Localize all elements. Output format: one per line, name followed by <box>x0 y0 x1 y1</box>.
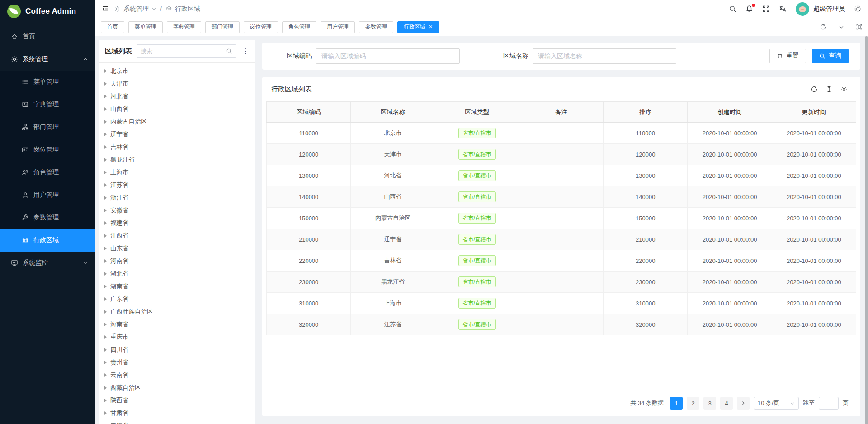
caret-right-icon[interactable] <box>104 133 107 136</box>
caret-right-icon[interactable] <box>104 171 107 174</box>
tree-item[interactable]: 山东省 <box>99 242 255 255</box>
tree-item[interactable]: 北京市 <box>99 65 255 77</box>
tree-item[interactable]: 海南省 <box>99 318 255 331</box>
caret-right-icon[interactable] <box>104 183 107 187</box>
tab-item[interactable]: 首页 <box>101 21 124 33</box>
caret-right-icon[interactable] <box>104 145 107 149</box>
page-button[interactable]: 3 <box>703 397 716 410</box>
user-menu[interactable]: 超级管理员 <box>796 2 845 16</box>
fullscreen-icon[interactable] <box>762 5 770 13</box>
column-header[interactable]: 更新时间 <box>772 102 856 123</box>
page-button[interactable]: 4 <box>720 397 733 410</box>
table-row[interactable]: 120000天津市省市/直辖市1200002020-10-01 00:00:00… <box>267 144 856 165</box>
caret-right-icon[interactable] <box>104 373 107 377</box>
tree-item[interactable]: 广东省 <box>99 293 255 305</box>
caret-right-icon[interactable] <box>104 399 107 402</box>
search-icon[interactable] <box>729 5 736 13</box>
tab-item[interactable]: 参数管理 <box>359 21 393 33</box>
caret-right-icon[interactable] <box>104 107 107 111</box>
tree-item[interactable]: 浙江省 <box>99 191 255 204</box>
caret-right-icon[interactable] <box>104 158 107 162</box>
tree-item[interactable]: 陕西省 <box>99 394 255 407</box>
kebab-menu-icon[interactable]: ⋮ <box>241 47 251 55</box>
table-row[interactable]: 320000江苏省省市/直辖市3200002020-10-01 00:00:00… <box>267 314 856 335</box>
tab-item[interactable]: 行政区域✕ <box>397 21 439 33</box>
tree-item[interactable]: 湖南省 <box>99 280 255 293</box>
region-name-input[interactable] <box>533 48 676 64</box>
tab-item[interactable]: 字典管理 <box>167 21 201 33</box>
tab-item[interactable]: 部门管理 <box>205 21 240 33</box>
tree-item[interactable]: 四川省 <box>99 343 255 356</box>
sidebar-item-home[interactable]: 首页 <box>0 25 95 48</box>
table-row[interactable]: 220000吉林省省市/直辖市2200002020-10-01 00:00:00… <box>267 250 856 272</box>
tree-item[interactable]: 重庆市 <box>99 331 255 343</box>
breadcrumb-section[interactable]: 系统管理 <box>123 5 149 13</box>
caret-right-icon[interactable] <box>104 335 107 339</box>
bell-icon[interactable] <box>745 5 753 13</box>
caret-right-icon[interactable] <box>104 221 107 225</box>
tree-item[interactable]: 江苏省 <box>99 179 255 191</box>
tree-item[interactable]: 山西省 <box>99 103 255 115</box>
tree-item[interactable]: 甘肃省 <box>99 407 255 419</box>
caret-right-icon[interactable] <box>104 323 107 326</box>
table-row[interactable]: 130000河北省省市/直辖市1300002020-10-01 00:00:00… <box>267 165 856 186</box>
caret-right-icon[interactable] <box>104 247 107 250</box>
search-icon[interactable] <box>222 45 236 57</box>
tree-item[interactable]: 西藏自治区 <box>99 381 255 394</box>
page-button[interactable]: 2 <box>687 397 699 410</box>
caret-right-icon[interactable] <box>104 234 107 238</box>
caret-right-icon[interactable] <box>104 285 107 288</box>
tree-item[interactable]: 河南省 <box>99 255 255 267</box>
sidebar-item-dictionary-management[interactable]: 字典管理 <box>0 93 95 116</box>
sidebar-item-parameter-management[interactable]: 参数管理 <box>0 206 95 229</box>
next-page-button[interactable] <box>737 397 750 410</box>
table-row[interactable]: 310000上海市省市/直辖市3100002020-10-01 00:00:00… <box>267 293 856 314</box>
tree-item[interactable]: 青海省 <box>99 419 255 424</box>
table-row[interactable]: 150000内蒙古自治区省市/直辖市1500002020-10-01 00:00… <box>267 208 856 229</box>
caret-right-icon[interactable] <box>104 209 107 212</box>
gear-icon[interactable] <box>840 86 848 93</box>
caret-right-icon[interactable] <box>104 348 107 352</box>
sidebar-item-menu-management[interactable]: 菜单管理 <box>0 71 95 93</box>
sidebar-item-admin-region[interactable]: 行政区域 <box>0 229 95 252</box>
tree-item[interactable]: 福建省 <box>99 217 255 229</box>
tree-item[interactable]: 江西省 <box>99 229 255 242</box>
caret-right-icon[interactable] <box>104 95 107 98</box>
tree-item[interactable]: 辽宁省 <box>99 128 255 141</box>
tree-item[interactable]: 黑龙江省 <box>99 153 255 166</box>
caret-right-icon[interactable] <box>104 297 107 301</box>
column-header[interactable]: 备注 <box>519 102 603 123</box>
menu-fold-icon[interactable] <box>102 5 109 13</box>
search-button[interactable]: 查询 <box>812 49 849 63</box>
gear-icon[interactable] <box>854 5 862 13</box>
page-size-select[interactable]: 10 条/页 <box>754 397 799 410</box>
tree-item[interactable]: 上海市 <box>99 166 255 179</box>
caret-right-icon[interactable] <box>104 386 107 390</box>
app-logo[interactable]: Coffee Admin <box>0 0 95 23</box>
table-row[interactable]: 230000黑龙江省省市/直辖市2300002020-10-01 00:00:0… <box>267 272 856 293</box>
sidebar-item-system-monitor[interactable]: 系统监控 <box>0 252 95 274</box>
close-tab-icon[interactable]: ✕ <box>429 24 433 29</box>
tab-item[interactable]: 菜单管理 <box>128 21 163 33</box>
tree-item[interactable]: 河北省 <box>99 90 255 103</box>
translate-icon[interactable] <box>779 5 787 13</box>
reset-button[interactable]: 重置 <box>769 49 806 63</box>
table-row[interactable]: 140000山西省省市/直辖市1400002020-10-01 00:00:00… <box>267 186 856 208</box>
tab-item[interactable]: 角色管理 <box>282 21 316 33</box>
column-header[interactable]: 区域编码 <box>267 102 351 123</box>
table-row[interactable]: 210000辽宁省省市/直辖市2100002020-10-01 00:00:00… <box>267 229 856 250</box>
sidebar-item-department-management[interactable]: 部门管理 <box>0 116 95 138</box>
caret-right-icon[interactable] <box>104 69 107 73</box>
sidebar-item-system-management[interactable]: 系统管理 <box>0 48 95 71</box>
sidebar-item-post-management[interactable]: 岗位管理 <box>0 138 95 161</box>
tab-item[interactable]: 岗位管理 <box>244 21 278 33</box>
page-scrollbar[interactable] <box>865 36 868 424</box>
jump-page-input[interactable] <box>819 397 839 410</box>
tree-item[interactable]: 云南省 <box>99 369 255 381</box>
caret-right-icon[interactable] <box>104 82 107 86</box>
tree-item[interactable]: 湖北省 <box>99 267 255 280</box>
table-row[interactable]: 110000北京市省市/直辖市1100002020-10-01 00:00:00… <box>267 123 856 144</box>
tree-search-input[interactable] <box>137 45 222 57</box>
column-header[interactable]: 创建时间 <box>688 102 772 123</box>
column-height-icon[interactable] <box>826 86 833 93</box>
